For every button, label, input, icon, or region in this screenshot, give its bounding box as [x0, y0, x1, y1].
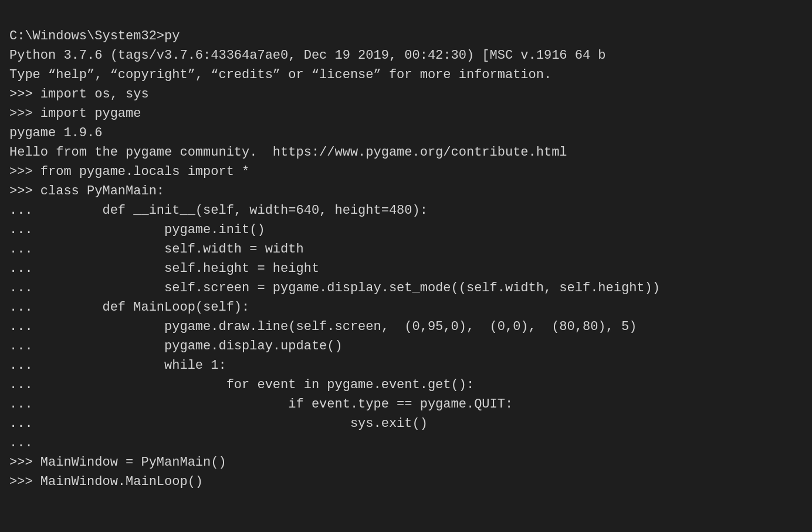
- terminal-line: ... self.width = width: [9, 240, 803, 259]
- terminal-line: >>> class PyManMain:: [9, 181, 803, 201]
- terminal-line: ... pygame.display.update(): [9, 336, 803, 356]
- terminal-line: ... pygame.draw.line(self.screen, (0,95,…: [9, 317, 803, 336]
- terminal-line: ... for event in pygame.event.get():: [9, 375, 803, 395]
- terminal-line: >>> MainWindow.MainLoop(): [9, 472, 803, 491]
- terminal-line: ... self.screen = pygame.display.set_mod…: [9, 278, 803, 298]
- terminal-line: >>> MainWindow = PyManMain(): [9, 453, 803, 472]
- terminal-line: ... def __init__(self, width=640, height…: [9, 201, 803, 220]
- terminal-line: pygame 1.9.6: [9, 123, 803, 143]
- terminal-line: Python 3.7.6 (tags/v3.7.6:43364a7ae0, De…: [9, 46, 803, 65]
- terminal-window: C:\Windows\System32>pyPython 3.7.6 (tags…: [0, 0, 812, 532]
- terminal-line: >>> from pygame.locals import *: [9, 162, 803, 181]
- terminal-line: Type “help”, “copyright”, “credits” or “…: [9, 65, 803, 85]
- terminal-line: ...: [9, 433, 803, 453]
- terminal-line: >>> import pygame: [9, 104, 803, 123]
- terminal-line: ... self.height = height: [9, 259, 803, 278]
- terminal-line: C:\Windows\System32>py: [9, 26, 803, 46]
- terminal-line: >>> import os, sys: [9, 85, 803, 104]
- terminal-line: ... def MainLoop(self):: [9, 298, 803, 317]
- terminal-line: ... if event.type == pygame.QUIT:: [9, 395, 803, 414]
- terminal-line: Hello from the pygame community. https:/…: [9, 143, 803, 162]
- terminal-line: ... pygame.init(): [9, 220, 803, 240]
- terminal-line: ... while 1:: [9, 356, 803, 375]
- terminal-line: ... sys.exit(): [9, 414, 803, 433]
